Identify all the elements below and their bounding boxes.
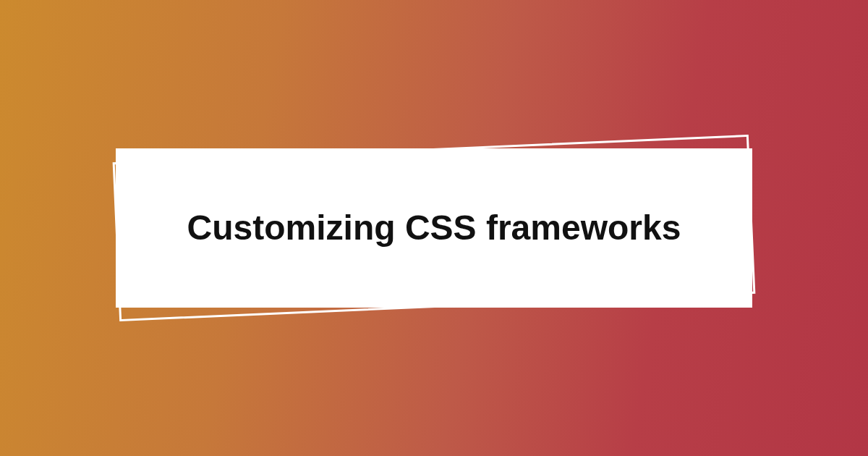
title-panel: Customizing CSS frameworks — [116, 148, 752, 308]
title-card: Customizing CSS frameworks — [116, 148, 752, 308]
page-title: Customizing CSS frameworks — [187, 207, 681, 249]
